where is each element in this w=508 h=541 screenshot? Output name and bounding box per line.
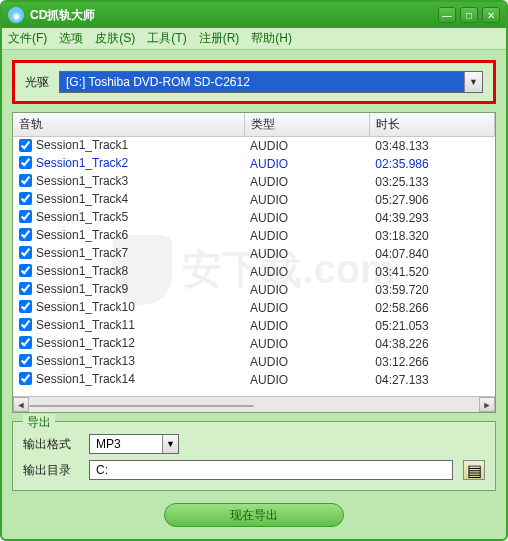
track-duration: 03:25.133 (369, 173, 494, 191)
track-checkbox[interactable] (19, 318, 32, 331)
track-checkbox[interactable] (19, 282, 32, 295)
track-checkbox[interactable] (19, 156, 32, 169)
track-checkbox[interactable] (19, 246, 32, 259)
track-checkbox[interactable] (19, 336, 32, 349)
track-type: AUDIO (244, 191, 369, 209)
column-header-duration[interactable]: 时长 (369, 113, 494, 137)
menu-file[interactable]: 文件(F) (8, 30, 47, 47)
export-groupbox: 导出 输出格式 MP3 ▼ 输出目录 ▤ (12, 421, 496, 491)
menubar: 文件(F) 选项 皮肤(S) 工具(T) 注册(R) 帮助(H) (2, 28, 506, 50)
drive-selection-box: 光驱 [G:] Toshiba DVD-ROM SD-C2612 ▼ (12, 60, 496, 104)
output-dir-input[interactable] (89, 460, 453, 480)
table-row[interactable]: Session1_Track5AUDIO04:39.293 (13, 209, 495, 227)
scroll-left-icon[interactable]: ◄ (13, 397, 29, 412)
track-checkbox[interactable] (19, 139, 32, 152)
table-row[interactable]: Session1_Track11AUDIO05:21.053 (13, 317, 495, 335)
table-row[interactable]: Session1_Track4AUDIO05:27.906 (13, 191, 495, 209)
track-name: Session1_Track10 (36, 300, 135, 314)
minimize-button[interactable]: — (438, 7, 456, 23)
track-type: AUDIO (244, 317, 369, 335)
track-name: Session1_Track5 (36, 210, 128, 224)
track-checkbox[interactable] (19, 264, 32, 277)
track-type: AUDIO (244, 173, 369, 191)
track-type: AUDIO (244, 137, 369, 155)
maximize-button[interactable]: □ (460, 7, 478, 23)
table-row[interactable]: Session1_Track8AUDIO03:41.520 (13, 263, 495, 281)
menu-help[interactable]: 帮助(H) (251, 30, 292, 47)
table-row[interactable]: Session1_Track7AUDIO04:07.840 (13, 245, 495, 263)
chevron-down-icon[interactable]: ▼ (162, 435, 178, 453)
track-checkbox[interactable] (19, 354, 32, 367)
content-area: 光驱 [G:] Toshiba DVD-ROM SD-C2612 ▼ 安下载.c… (2, 50, 506, 539)
close-button[interactable]: ✕ (482, 7, 500, 23)
table-row[interactable]: Session1_Track13AUDIO03:12.266 (13, 353, 495, 371)
track-duration: 03:41.520 (369, 263, 494, 281)
tracks-panel: 安下载.com 音轨 类型 时长 Session1_Track1AUDIO03:… (12, 112, 496, 413)
track-type: AUDIO (244, 245, 369, 263)
track-type: AUDIO (244, 371, 369, 389)
format-label: 输出格式 (23, 436, 79, 453)
track-name: Session1_Track8 (36, 264, 128, 278)
track-duration: 02:35.986 (369, 155, 494, 173)
track-type: AUDIO (244, 353, 369, 371)
menu-options[interactable]: 选项 (59, 30, 83, 47)
track-table: 音轨 类型 时长 Session1_Track1AUDIO03:48.133Se… (13, 113, 495, 389)
track-duration: 03:59.720 (369, 281, 494, 299)
track-checkbox[interactable] (19, 192, 32, 205)
track-duration: 05:27.906 (369, 191, 494, 209)
track-duration: 05:21.053 (369, 317, 494, 335)
track-checkbox[interactable] (19, 300, 32, 313)
menu-tools[interactable]: 工具(T) (147, 30, 186, 47)
table-row[interactable]: Session1_Track14AUDIO04:27.133 (13, 371, 495, 389)
track-name: Session1_Track6 (36, 228, 128, 242)
track-duration: 04:27.133 (369, 371, 494, 389)
format-dropdown[interactable]: MP3 ▼ (89, 434, 179, 454)
chevron-down-icon[interactable]: ▼ (464, 72, 482, 92)
track-name: Session1_Track3 (36, 174, 128, 188)
track-type: AUDIO (244, 299, 369, 317)
table-row[interactable]: Session1_Track3AUDIO03:25.133 (13, 173, 495, 191)
horizontal-scrollbar[interactable]: ◄ ► (13, 396, 495, 412)
drive-selected-value: [G:] Toshiba DVD-ROM SD-C2612 (60, 72, 464, 92)
track-duration: 03:48.133 (369, 137, 494, 155)
track-name: Session1_Track12 (36, 336, 135, 350)
format-value: MP3 (90, 437, 162, 451)
table-row[interactable]: Session1_Track1AUDIO03:48.133 (13, 137, 495, 155)
track-checkbox[interactable] (19, 372, 32, 385)
track-checkbox[interactable] (19, 210, 32, 223)
scroll-right-icon[interactable]: ► (479, 397, 495, 412)
export-group-label: 导出 (23, 414, 55, 431)
output-dir-label: 输出目录 (23, 462, 79, 479)
track-name: Session1_Track2 (36, 156, 128, 170)
track-name: Session1_Track13 (36, 354, 135, 368)
track-duration: 04:39.293 (369, 209, 494, 227)
track-duration: 03:18.320 (369, 227, 494, 245)
track-duration: 02:58.266 (369, 299, 494, 317)
column-header-type[interactable]: 类型 (244, 113, 369, 137)
track-name: Session1_Track4 (36, 192, 128, 206)
app-window: ◉ CD抓轨大师 — □ ✕ 文件(F) 选项 皮肤(S) 工具(T) 注册(R… (0, 0, 508, 541)
drive-label: 光驱 (25, 74, 49, 91)
table-header-row: 音轨 类型 时长 (13, 113, 495, 137)
track-type: AUDIO (244, 155, 369, 173)
track-name: Session1_Track7 (36, 246, 128, 260)
column-header-name[interactable]: 音轨 (13, 113, 244, 137)
export-now-button[interactable]: 现在导出 (164, 503, 344, 527)
app-icon: ◉ (8, 7, 24, 23)
table-row[interactable]: Session1_Track9AUDIO03:59.720 (13, 281, 495, 299)
track-checkbox[interactable] (19, 228, 32, 241)
table-row[interactable]: Session1_Track10AUDIO02:58.266 (13, 299, 495, 317)
track-type: AUDIO (244, 227, 369, 245)
track-name: Session1_Track1 (36, 138, 128, 152)
track-duration: 04:07.840 (369, 245, 494, 263)
drive-dropdown[interactable]: [G:] Toshiba DVD-ROM SD-C2612 ▼ (59, 71, 483, 93)
table-row[interactable]: Session1_Track12AUDIO04:38.226 (13, 335, 495, 353)
scrollbar-thumb[interactable] (29, 405, 254, 407)
track-checkbox[interactable] (19, 174, 32, 187)
browse-button[interactable]: ▤ (463, 460, 485, 480)
menu-skin[interactable]: 皮肤(S) (95, 30, 135, 47)
table-row[interactable]: Session1_Track2AUDIO02:35.986 (13, 155, 495, 173)
window-title: CD抓轨大师 (30, 7, 438, 24)
table-row[interactable]: Session1_Track6AUDIO03:18.320 (13, 227, 495, 245)
menu-register[interactable]: 注册(R) (199, 30, 240, 47)
